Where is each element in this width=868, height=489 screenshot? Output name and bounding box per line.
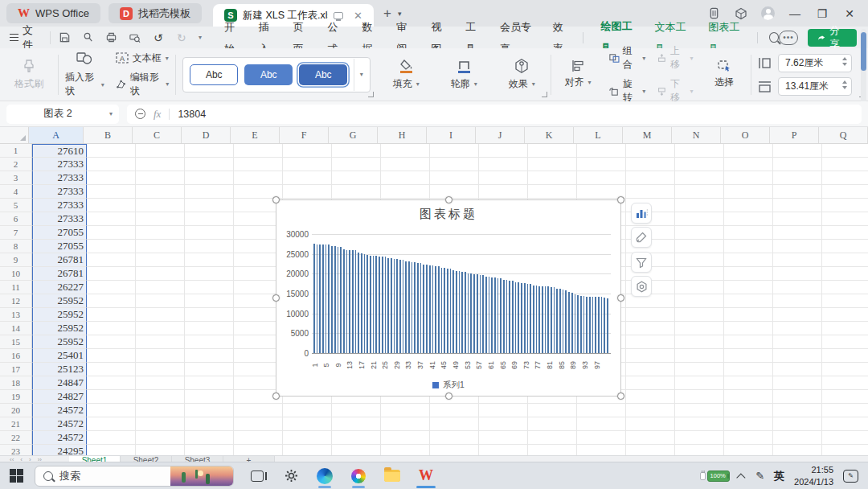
cell-E3[interactable]	[234, 171, 283, 185]
cell-O16[interactable]	[724, 349, 773, 363]
shape-width-input[interactable]: 13.41厘米	[778, 77, 852, 96]
cell-O23[interactable]	[724, 445, 773, 455]
cell-B16[interactable]	[87, 349, 136, 363]
cell-B3[interactable]	[87, 171, 136, 185]
cell-J20[interactable]	[479, 404, 528, 417]
cell-A11[interactable]: 26227	[32, 281, 87, 294]
column-header-Q[interactable]: Q	[819, 127, 868, 143]
cell-G22[interactable]	[332, 431, 381, 445]
export-icon[interactable]	[82, 31, 95, 44]
cell-P21[interactable]	[773, 417, 822, 431]
cell-Q22[interactable]	[822, 431, 868, 445]
chart-elements-button[interactable]	[631, 203, 652, 224]
zoom-out-icon[interactable]	[135, 109, 145, 119]
cell-F2[interactable]	[283, 158, 332, 171]
cell-O20[interactable]	[724, 404, 773, 417]
cell-H1[interactable]	[381, 144, 430, 158]
cell-A10[interactable]: 26781	[32, 267, 87, 281]
cell-G21[interactable]	[332, 417, 381, 431]
restore-button[interactable]: ❐	[815, 7, 829, 20]
row-header-1[interactable]: 1	[0, 144, 32, 158]
cell-A19[interactable]: 24827	[32, 390, 87, 404]
cell-B8[interactable]	[87, 240, 136, 253]
chart-style-button[interactable]	[631, 227, 652, 248]
cell-O12[interactable]	[724, 294, 773, 308]
cell-L20[interactable]	[577, 404, 626, 417]
insert-shape-button[interactable]: 插入形状▾	[65, 71, 104, 98]
cell-D15[interactable]	[185, 335, 234, 349]
cell-B20[interactable]	[87, 404, 136, 417]
cell-Q6[interactable]	[822, 212, 868, 226]
shape-style-chip-1[interactable]: Abc	[190, 64, 238, 85]
cell-Q1[interactable]	[822, 144, 868, 158]
cell-D12[interactable]	[185, 294, 234, 308]
cell-G1[interactable]	[332, 144, 381, 158]
cell-C15[interactable]	[136, 335, 185, 349]
cell-B13[interactable]	[87, 308, 136, 322]
cell-I23[interactable]	[430, 445, 479, 455]
column-header-A[interactable]: A	[29, 127, 84, 143]
cell-B14[interactable]	[87, 322, 136, 335]
user-avatar[interactable]	[761, 6, 775, 20]
cell-E22[interactable]	[234, 431, 283, 445]
cell-B1[interactable]	[87, 144, 136, 158]
cell-D18[interactable]	[185, 376, 234, 390]
cell-Q16[interactable]	[822, 349, 868, 363]
cell-O2[interactable]	[724, 158, 773, 171]
clock[interactable]: 21:55 2024/1/13	[794, 464, 833, 487]
cell-P13[interactable]	[773, 308, 822, 322]
cell-J2[interactable]	[479, 158, 528, 171]
cell-C3[interactable]	[136, 171, 185, 185]
cell-B18[interactable]	[87, 376, 136, 390]
cell-E21[interactable]	[234, 417, 283, 431]
row-header-13[interactable]: 13	[0, 308, 32, 322]
row-header-22[interactable]: 22	[0, 431, 32, 445]
cell-M13[interactable]	[626, 308, 675, 322]
cell-N21[interactable]	[675, 417, 724, 431]
cell-K2[interactable]	[528, 158, 577, 171]
cell-M17[interactable]	[626, 363, 675, 376]
cell-Q5[interactable]	[822, 199, 868, 212]
cell-H3[interactable]	[381, 171, 430, 185]
cell-O18[interactable]	[724, 376, 773, 390]
cell-I1[interactable]	[430, 144, 479, 158]
cell-M21[interactable]	[626, 417, 675, 431]
cell-B19[interactable]	[87, 390, 136, 404]
cell-P23[interactable]	[773, 445, 822, 455]
cell-H2[interactable]	[381, 158, 430, 171]
cell-C4[interactable]	[136, 185, 185, 199]
sheet-tab-Sheet2[interactable]: Sheet2	[121, 456, 172, 462]
shape-height-input[interactable]: 7.62厘米	[778, 54, 852, 72]
cell-C20[interactable]	[136, 404, 185, 417]
gallery-more-button[interactable]: ▾	[354, 59, 368, 91]
cell-P4[interactable]	[773, 185, 822, 199]
cell-D13[interactable]	[185, 308, 234, 322]
row-header-19[interactable]: 19	[0, 390, 32, 404]
cell-B21[interactable]	[87, 417, 136, 431]
cell-P19[interactable]	[773, 390, 822, 404]
name-box[interactable]: 图表 2 ▾	[6, 105, 119, 124]
cell-M19[interactable]	[626, 390, 675, 404]
cell-Q10[interactable]	[822, 267, 868, 281]
cell-E20[interactable]	[234, 404, 283, 417]
cell-C17[interactable]	[136, 363, 185, 376]
cell-P7[interactable]	[773, 226, 822, 240]
cell-H20[interactable]	[381, 404, 430, 417]
cell-H22[interactable]	[381, 431, 430, 445]
wps-app-button[interactable]: W	[417, 464, 435, 488]
cell-D22[interactable]	[185, 431, 234, 445]
chart-legend[interactable]: 系列1	[276, 380, 620, 391]
cell-Q4[interactable]	[822, 185, 868, 199]
cell-O17[interactable]	[724, 363, 773, 376]
cell-A21[interactable]: 24572	[32, 417, 87, 431]
cell-K20[interactable]	[528, 404, 577, 417]
cell-O6[interactable]	[724, 212, 773, 226]
row-header-9[interactable]: 9	[0, 253, 32, 267]
cell-N14[interactable]	[675, 322, 724, 335]
cell-P18[interactable]	[773, 376, 822, 390]
cell-C11[interactable]	[136, 281, 185, 294]
cell-M22[interactable]	[626, 431, 675, 445]
print-icon[interactable]	[105, 31, 118, 44]
cell-H21[interactable]	[381, 417, 430, 431]
cell-N18[interactable]	[675, 376, 724, 390]
